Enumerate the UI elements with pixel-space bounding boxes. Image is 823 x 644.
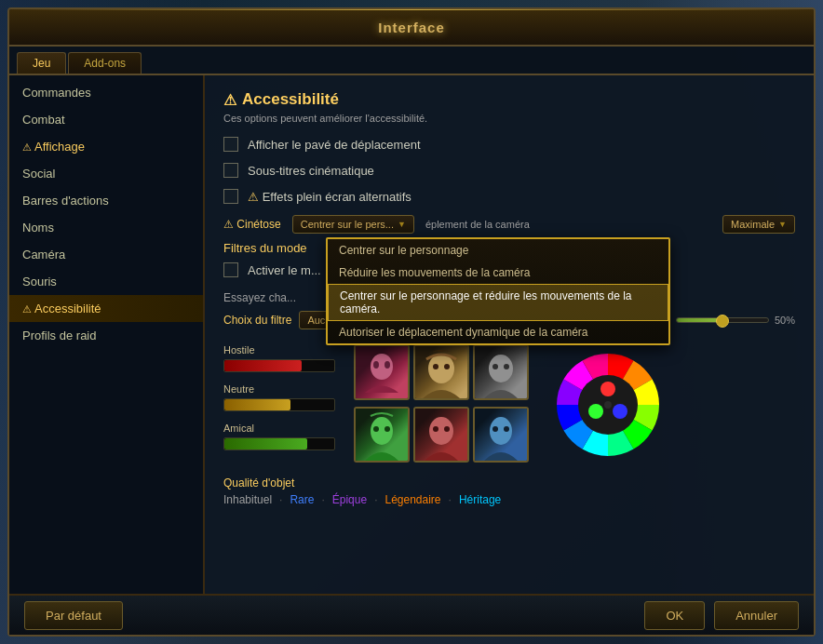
quality-sep3: · (374, 493, 377, 506)
bar-hostile-track (223, 359, 335, 372)
filtres-active-label: Activer le m... (248, 263, 321, 277)
portraits-grid (354, 344, 529, 465)
bars-column: Hostile Neutre Amical (223, 344, 335, 465)
bar-neutre: Neutre (223, 383, 335, 411)
bar-amical-track (223, 437, 335, 450)
portrait-6 (473, 407, 529, 463)
cinetose-dropdown-menu: Centrer sur le personnage Réduire les mo… (326, 237, 670, 345)
quality-section: Qualité d'objet Inhabituel · Rare · Épiq… (223, 476, 795, 506)
quality-epique: Épique (332, 493, 367, 506)
svg-point-15 (490, 417, 512, 445)
quality-sep1: · (279, 493, 282, 506)
panel-title-text: Accessibilité (242, 90, 339, 109)
color-wheel (547, 344, 668, 465)
checkbox-pave[interactable] (223, 137, 238, 152)
max-dropdown-arrow: ▼ (778, 220, 787, 229)
quality-legendaire: Légendaire (385, 493, 440, 506)
svg-point-3 (428, 354, 454, 383)
svg-point-9 (371, 417, 393, 445)
option-row-pave: Afficher le pavé de déplacement (223, 137, 795, 152)
svg-point-12 (429, 417, 453, 445)
cinetose-dropdown-arrow: ▼ (398, 220, 406, 229)
bar-neutre-fill (224, 399, 290, 410)
cinetose-dropdown-value: Centrer sur le pers... (301, 219, 394, 230)
cinetose-dropdown[interactable]: Centrer sur le pers... ▼ (292, 215, 414, 234)
sidebar: Commandes Combat Affichage Social Barres… (9, 75, 205, 594)
bar-amical-label: Amical (223, 423, 335, 434)
bar-amical-fill (224, 438, 307, 449)
portrait-2 (413, 344, 469, 400)
tab-addons[interactable]: Add-ons (68, 52, 142, 74)
panel-title: ⚠ Accessibilité (223, 90, 795, 109)
quality-sep4: · (449, 493, 452, 506)
option-label-sous-titres: Sous-titres cinématique (248, 164, 374, 178)
sidebar-item-affichage[interactable]: Affichage (9, 133, 203, 160)
tab-jeu[interactable]: Jeu (17, 52, 66, 74)
sidebar-item-barres[interactable]: Barres d'actions (9, 187, 203, 214)
svg-point-11 (385, 426, 390, 432)
panel: ⚠ Accessibilité Ces options peuvent amél… (205, 75, 814, 594)
cancel-button[interactable]: Annuler (714, 601, 799, 630)
portrait-6-art (475, 409, 527, 461)
checkbox-filtres[interactable] (223, 262, 238, 277)
max-dropdown[interactable]: Maximale ▼ (722, 215, 795, 234)
default-button[interactable]: Par défaut (24, 601, 123, 630)
sidebar-item-accessibilite[interactable]: Accessibilité (9, 295, 203, 322)
dropdown-item-centrer[interactable]: Centrer sur le personnage (328, 239, 668, 262)
svg-point-22 (604, 401, 612, 409)
option-row-effets: ⚠ Effets plein écran alternatifs (223, 189, 795, 204)
portrait-5 (413, 407, 469, 463)
filtres-essayez-label: Essayez cha... (223, 291, 296, 304)
cinetose-label: ⚠ Cinétose (223, 218, 281, 231)
portrait-4-art (356, 409, 408, 461)
quality-commun: Inhabituel (223, 493, 272, 506)
checkbox-sous-titres[interactable] (223, 163, 238, 178)
quality-rare: Rare (290, 493, 314, 506)
panel-warn-icon: ⚠ (223, 91, 236, 109)
svg-point-21 (613, 404, 627, 419)
slider-track[interactable] (676, 317, 769, 323)
dropdown-item-reduire[interactable]: Réduire les mouvements de la caméra (328, 262, 668, 284)
svg-point-7 (492, 364, 498, 369)
sidebar-item-profils[interactable]: Profils de raid (9, 322, 203, 349)
sidebar-item-commandes[interactable]: Commandes (9, 79, 203, 106)
portrait-5-art (415, 409, 467, 461)
main-window: Interface Jeu Add-ons Commandes Combat A… (7, 7, 816, 637)
quality-items: Inhabituel · Rare · Épique · Légendaire … (223, 493, 795, 506)
ok-button[interactable]: OK (644, 601, 705, 630)
title-bar: Interface (9, 9, 814, 47)
bottom-right-buttons: OK Annuler (644, 601, 799, 630)
dropdown-item-centrer-reduire[interactable]: Centrer sur le personnage et réduire les… (328, 284, 668, 321)
slider-thumb[interactable] (716, 315, 729, 328)
checkbox-effets[interactable] (223, 189, 238, 204)
tabs-row: Jeu Add-ons (9, 47, 814, 74)
svg-point-13 (433, 426, 438, 432)
portrait-1 (354, 344, 410, 400)
bar-hostile: Hostile (223, 344, 335, 372)
svg-point-4 (433, 364, 438, 369)
bar-hostile-label: Hostile (223, 344, 335, 356)
sidebar-item-camera[interactable]: Caméra (9, 241, 203, 268)
slider-pct: 50% (775, 315, 795, 326)
sidebar-item-social[interactable]: Social (9, 160, 203, 187)
svg-point-5 (444, 364, 450, 369)
svg-point-1 (373, 361, 379, 369)
quality-heritage: Héritage (459, 493, 501, 506)
sidebar-item-noms[interactable]: Noms (9, 214, 203, 241)
main-body: Commandes Combat Affichage Social Barres… (9, 74, 814, 594)
dropdown-item-autoriser[interactable]: Autoriser le déplacement dynamique de la… (328, 321, 668, 343)
sidebar-item-souris[interactable]: Souris (9, 268, 203, 295)
bar-hostile-fill (224, 360, 302, 371)
portraits-section: Hostile Neutre Amical (223, 344, 795, 465)
quality-title: Qualité d'objet (223, 476, 795, 490)
svg-point-17 (504, 426, 509, 432)
option-label-pave: Afficher le pavé de déplacement (248, 138, 421, 152)
svg-point-6 (489, 355, 513, 382)
svg-point-2 (385, 361, 390, 369)
bar-neutre-track (223, 398, 335, 411)
option-label-effets: ⚠ Effets plein écran alternatifs (248, 190, 412, 204)
svg-point-19 (600, 382, 615, 396)
sidebar-item-combat[interactable]: Combat (9, 106, 203, 133)
portrait-1-art (356, 346, 408, 398)
svg-point-16 (492, 426, 498, 432)
